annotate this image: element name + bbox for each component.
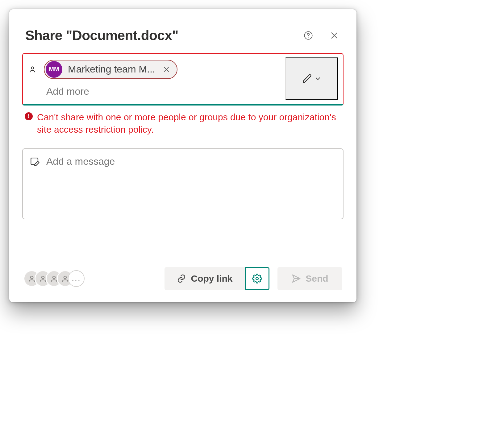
svg-point-3: [31, 276, 33, 279]
close-icon: [163, 66, 170, 73]
permission-level-button[interactable]: [285, 57, 338, 100]
svg-point-5: [53, 276, 56, 279]
footer-actions: Copy link Send: [165, 267, 342, 290]
svg-point-6: [64, 276, 67, 279]
send-icon: [291, 274, 301, 283]
chip-remove-button[interactable]: [160, 63, 173, 76]
help-button[interactable]: [302, 29, 314, 42]
chip-avatar: MM: [46, 61, 62, 78]
facepile[interactable]: ...: [23, 270, 85, 287]
chevron-down-icon: [314, 75, 322, 82]
link-icon: [177, 274, 186, 283]
copy-link-button[interactable]: Copy link: [165, 267, 245, 290]
error-icon: !: [25, 112, 33, 120]
add-people-input[interactable]: [27, 85, 281, 97]
dialog-header: Share "Document.docx": [22, 21, 344, 53]
close-icon: [330, 31, 339, 40]
svg-point-7: [256, 277, 258, 280]
send-label: Send: [306, 273, 328, 284]
error-text: Can't share with one or more people or g…: [37, 111, 341, 135]
pencil-icon: [302, 73, 312, 84]
chip-label: Marketing team M...: [68, 64, 155, 75]
dialog-footer: ... Copy link: [22, 258, 344, 302]
recipient-chip[interactable]: MM Marketing team M...: [44, 60, 177, 79]
person-icon: [27, 64, 38, 75]
picker-main: MM Marketing team M...: [27, 57, 281, 100]
share-dialog: Share "Document.docx": [9, 9, 356, 302]
message-box[interactable]: [22, 148, 344, 219]
people-picker[interactable]: MM Marketing team M...: [22, 53, 344, 106]
copy-link-label: Copy link: [191, 273, 232, 284]
svg-point-4: [42, 276, 44, 279]
send-button[interactable]: Send: [277, 267, 342, 290]
dialog-title: Share "Document.docx": [25, 28, 178, 43]
picker-chip-row: MM Marketing team M...: [27, 60, 281, 79]
svg-point-2: [31, 67, 33, 69]
compose-icon: [30, 156, 40, 166]
copy-link-group: Copy link: [165, 267, 269, 290]
help-icon: [304, 31, 313, 40]
close-button[interactable]: [328, 29, 340, 42]
svg-point-1: [308, 37, 308, 38]
message-textarea[interactable]: [46, 155, 336, 213]
link-settings-button[interactable]: [245, 267, 269, 290]
header-actions: [302, 29, 340, 42]
error-banner: ! Can't share with one or more people or…: [22, 106, 344, 135]
gear-icon: [252, 274, 262, 283]
facepile-overflow[interactable]: ...: [68, 270, 85, 287]
